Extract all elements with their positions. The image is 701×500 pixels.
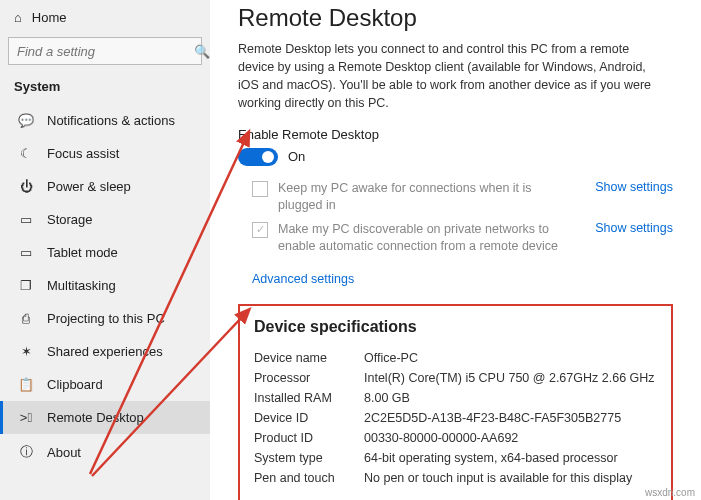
nav-label: Multitasking — [47, 278, 196, 293]
nav-label: Shared experiences — [47, 344, 196, 359]
advanced-settings-link[interactable]: Advanced settings — [238, 272, 354, 286]
nav-label: Clipboard — [47, 377, 196, 392]
nav-label: Tablet mode — [47, 245, 196, 260]
app-root: ⌂ Home 🔍 System 💬Notifications & actions… — [0, 0, 701, 500]
page-description: Remote Desktop lets you connect to and c… — [238, 40, 658, 113]
search-box[interactable]: 🔍 — [8, 37, 202, 65]
sidebar-item-tablet-mode[interactable]: ▭Tablet mode — [0, 236, 210, 269]
spec-row: Installed RAM8.00 GB — [254, 388, 657, 408]
home-link[interactable]: ⌂ Home — [0, 6, 210, 37]
nav-icon: ⎙ — [17, 311, 35, 326]
option-discoverable: ✓ Make my PC discoverable on private net… — [238, 221, 673, 256]
show-settings-link-1[interactable]: Show settings — [595, 180, 673, 194]
nav-label: Notifications & actions — [47, 113, 196, 128]
sidebar-item-shared-experiences[interactable]: ✶Shared experiences — [0, 335, 210, 368]
nav-icon: ▭ — [17, 245, 35, 260]
spec-key: Pen and touch — [254, 471, 364, 485]
spec-value: 8.00 GB — [364, 391, 657, 405]
spec-row: Pen and touchNo pen or touch input is av… — [254, 468, 657, 488]
sidebar: ⌂ Home 🔍 System 💬Notifications & actions… — [0, 0, 210, 500]
sidebar-item-about[interactable]: ⓘAbout — [0, 434, 210, 470]
sidebar-item-notifications-actions[interactable]: 💬Notifications & actions — [0, 104, 210, 137]
nav-icon: >⃞ — [17, 410, 35, 425]
home-icon: ⌂ — [14, 10, 22, 25]
spec-row: Product ID00330-80000-00000-AA692 — [254, 428, 657, 448]
device-specifications-table: Device nameOffice-PCProcessorIntel(R) Co… — [254, 348, 657, 488]
option-keep-awake: Keep my PC awake for connections when it… — [238, 180, 673, 215]
nav-icon: 💬 — [17, 113, 35, 128]
spec-value: No pen or touch input is available for t… — [364, 471, 657, 485]
discoverable-checkbox[interactable]: ✓ — [252, 222, 268, 238]
enable-remote-desktop-toggle-row: On — [238, 148, 673, 166]
sidebar-item-projecting-to-this-pc[interactable]: ⎙Projecting to this PC — [0, 302, 210, 335]
nav-label: Remote Desktop — [47, 410, 196, 425]
search-icon: 🔍 — [194, 44, 210, 59]
enable-remote-desktop-toggle[interactable] — [238, 148, 278, 166]
spec-row: Device nameOffice-PC — [254, 348, 657, 368]
nav-icon: ⏻ — [17, 179, 35, 194]
enable-remote-desktop-label: Enable Remote Desktop — [238, 127, 673, 142]
sidebar-item-power-sleep[interactable]: ⏻Power & sleep — [0, 170, 210, 203]
spec-row: Device ID2C2E5D5D-A13B-4F23-B48C-FA5F305… — [254, 408, 657, 428]
show-settings-link-2[interactable]: Show settings — [595, 221, 673, 235]
spec-key: Device name — [254, 351, 364, 365]
spec-value: Intel(R) Core(TM) i5 CPU 750 @ 2.67GHz 2… — [364, 371, 657, 385]
nav-label: Power & sleep — [47, 179, 196, 194]
spec-value: Office-PC — [364, 351, 657, 365]
main-content: Remote Desktop Remote Desktop lets you c… — [210, 0, 701, 500]
toggle-state-text: On — [288, 149, 305, 164]
spec-key: Installed RAM — [254, 391, 364, 405]
keep-awake-checkbox[interactable] — [252, 181, 268, 197]
device-specifications-box: Device specifications Device nameOffice-… — [238, 304, 673, 501]
section-title: System — [0, 75, 210, 104]
page-title: Remote Desktop — [238, 4, 673, 32]
sidebar-item-focus-assist[interactable]: ☾Focus assist — [0, 137, 210, 170]
spec-value: 2C2E5D5D-A13B-4F23-B48C-FA5F305B2775 — [364, 411, 657, 425]
nav-icon: ❐ — [17, 278, 35, 293]
spec-key: Device ID — [254, 411, 364, 425]
spec-row: System type64-bit operating system, x64-… — [254, 448, 657, 468]
nav-label: Focus assist — [47, 146, 196, 161]
spec-key: Processor — [254, 371, 364, 385]
nav-label: Storage — [47, 212, 196, 227]
nav-icon: ⓘ — [17, 443, 35, 461]
sidebar-item-multitasking[interactable]: ❐Multitasking — [0, 269, 210, 302]
nav-label: Projecting to this PC — [47, 311, 196, 326]
keep-awake-label: Keep my PC awake for connections when it… — [278, 180, 569, 215]
nav-list: 💬Notifications & actions☾Focus assist⏻Po… — [0, 104, 210, 500]
spec-key: System type — [254, 451, 364, 465]
spec-row: ProcessorIntel(R) Core(TM) i5 CPU 750 @ … — [254, 368, 657, 388]
home-label: Home — [32, 10, 67, 25]
nav-icon: 📋 — [17, 377, 35, 392]
spec-value: 64-bit operating system, x64-based proce… — [364, 451, 657, 465]
discoverable-label: Make my PC discoverable on private netwo… — [278, 221, 569, 256]
device-specifications-title: Device specifications — [254, 318, 657, 336]
search-input[interactable] — [9, 44, 194, 59]
spec-value: 00330-80000-00000-AA692 — [364, 431, 657, 445]
sidebar-item-storage[interactable]: ▭Storage — [0, 203, 210, 236]
nav-icon: ☾ — [17, 146, 35, 161]
watermark: wsxdn.com — [645, 487, 695, 498]
sidebar-item-remote-desktop[interactable]: >⃞Remote Desktop — [0, 401, 210, 434]
spec-key: Product ID — [254, 431, 364, 445]
nav-label: About — [47, 445, 196, 460]
nav-icon: ✶ — [17, 344, 35, 359]
sidebar-item-clipboard[interactable]: 📋Clipboard — [0, 368, 210, 401]
nav-icon: ▭ — [17, 212, 35, 227]
